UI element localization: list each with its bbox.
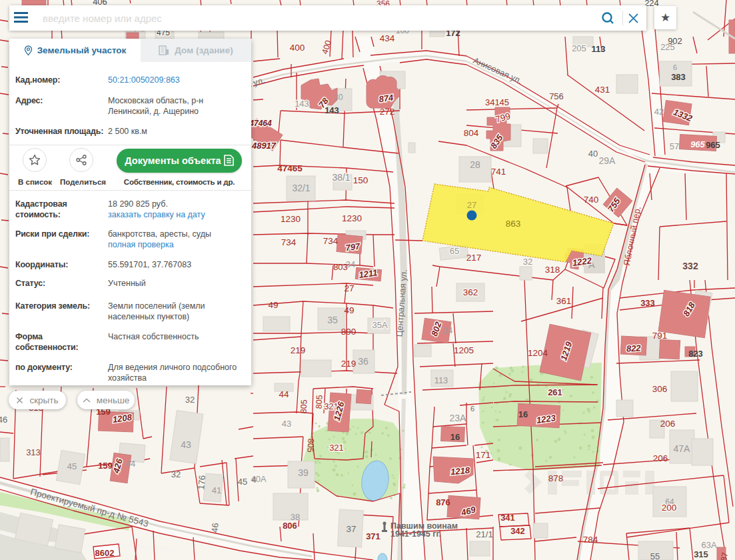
- svg-text:219: 219: [341, 359, 357, 369]
- svg-text:171: 171: [476, 450, 491, 460]
- svg-text:46: 46: [0, 415, 7, 425]
- svg-text:23А: 23А: [450, 413, 467, 423]
- svg-text:32: 32: [523, 257, 532, 267]
- svg-text:57: 57: [670, 141, 679, 151]
- svg-text:805: 805: [314, 395, 324, 409]
- svg-text:756: 756: [549, 91, 564, 101]
- svg-text:49: 49: [268, 300, 278, 310]
- svg-text:740: 740: [584, 195, 599, 205]
- svg-text:822: 822: [626, 343, 642, 353]
- svg-text:39: 39: [298, 467, 309, 478]
- svg-text:34145: 34145: [485, 97, 509, 107]
- svg-text:965: 965: [706, 140, 720, 150]
- svg-text:797: 797: [345, 241, 361, 253]
- svg-text:200: 200: [662, 503, 677, 513]
- svg-text:805: 805: [305, 438, 315, 453]
- svg-text:342: 342: [510, 526, 525, 536]
- svg-text:55: 55: [650, 551, 660, 560]
- svg-text:47464: 47464: [249, 119, 272, 128]
- svg-text:863: 863: [506, 219, 521, 229]
- svg-text:806: 806: [283, 521, 297, 531]
- svg-text:784: 784: [583, 535, 598, 545]
- svg-text:32: 32: [171, 469, 181, 479]
- svg-text:40: 40: [588, 149, 598, 159]
- svg-text:804: 804: [464, 128, 479, 138]
- svg-text:371: 371: [366, 531, 380, 541]
- svg-text:36: 36: [358, 356, 368, 367]
- svg-text:734: 734: [281, 237, 297, 247]
- svg-text:113: 113: [434, 375, 448, 385]
- svg-text:44: 44: [126, 459, 135, 469]
- svg-text:159: 159: [98, 461, 113, 471]
- svg-text:48917: 48917: [251, 141, 277, 151]
- svg-text:6: 6: [470, 405, 474, 413]
- svg-text:219: 219: [291, 345, 306, 355]
- svg-text:362: 362: [463, 287, 478, 297]
- svg-text:217: 217: [466, 253, 482, 263]
- svg-text:383: 383: [671, 72, 686, 82]
- svg-text:272: 272: [380, 107, 395, 117]
- svg-text:876: 876: [436, 497, 450, 507]
- svg-text:176: 176: [196, 475, 207, 490]
- svg-text:37: 37: [346, 524, 356, 534]
- svg-text:45: 45: [238, 477, 247, 487]
- svg-text:28: 28: [470, 159, 480, 170]
- svg-text:46: 46: [209, 523, 220, 533]
- svg-text:225: 225: [660, 42, 675, 52]
- svg-text:434: 434: [380, 33, 395, 43]
- svg-text:113: 113: [592, 44, 606, 54]
- svg-text:35: 35: [327, 315, 338, 325]
- svg-text:823: 823: [688, 349, 703, 359]
- svg-text:874: 874: [378, 93, 394, 105]
- svg-text:65: 65: [450, 246, 459, 256]
- svg-text:313: 313: [26, 447, 41, 457]
- svg-text:42: 42: [654, 107, 664, 117]
- svg-text:341: 341: [500, 513, 515, 523]
- svg-text:43: 43: [181, 439, 191, 450]
- svg-text:40А: 40А: [251, 474, 266, 484]
- svg-text:150: 150: [353, 175, 368, 185]
- svg-text:34: 34: [346, 259, 355, 269]
- svg-text:1218: 1218: [450, 465, 471, 477]
- svg-text:6: 6: [673, 63, 677, 71]
- svg-text:400: 400: [320, 39, 333, 55]
- svg-text:45: 45: [67, 461, 77, 471]
- svg-text:32/1: 32/1: [292, 183, 310, 193]
- svg-text:741: 741: [491, 167, 506, 177]
- svg-text:49: 49: [344, 305, 354, 315]
- svg-text:1204: 1204: [528, 348, 548, 358]
- svg-text:332: 332: [682, 261, 698, 271]
- svg-text:8602: 8602: [95, 548, 115, 558]
- svg-text:47465: 47465: [277, 163, 303, 173]
- svg-text:321: 321: [329, 443, 344, 453]
- svg-text:400: 400: [290, 43, 305, 53]
- svg-text:1230: 1230: [281, 214, 301, 224]
- svg-text:878: 878: [548, 473, 564, 483]
- svg-text:32: 32: [185, 395, 195, 405]
- svg-text:24: 24: [443, 325, 452, 335]
- svg-text:38/1: 38/1: [332, 172, 350, 183]
- svg-text:27: 27: [467, 200, 476, 210]
- svg-text:206: 206: [653, 453, 668, 463]
- svg-text:361: 361: [556, 296, 572, 306]
- svg-text:890: 890: [341, 327, 357, 337]
- svg-text:63А: 63А: [701, 540, 716, 550]
- svg-text:805: 805: [299, 399, 309, 414]
- svg-text:1941-1945 гг.: 1941-1945 гг.: [390, 529, 441, 539]
- svg-text:205: 205: [572, 43, 586, 53]
- svg-text:21/1: 21/1: [476, 529, 492, 539]
- svg-text:318: 318: [545, 265, 560, 275]
- svg-text:206: 206: [660, 419, 676, 429]
- svg-text:87: 87: [719, 551, 730, 560]
- svg-text:965: 965: [690, 139, 705, 149]
- svg-text:35А: 35А: [372, 320, 387, 330]
- svg-text:41: 41: [212, 485, 221, 495]
- svg-text:431: 431: [595, 85, 610, 95]
- svg-text:261: 261: [548, 387, 562, 397]
- svg-text:Яблочный пер.: Яблочный пер.: [622, 205, 643, 266]
- svg-text:16: 16: [450, 432, 460, 442]
- svg-text:333: 333: [640, 298, 655, 308]
- svg-text:1230: 1230: [342, 213, 362, 223]
- svg-text:29А: 29А: [599, 155, 616, 166]
- svg-text:47А: 47А: [674, 443, 691, 454]
